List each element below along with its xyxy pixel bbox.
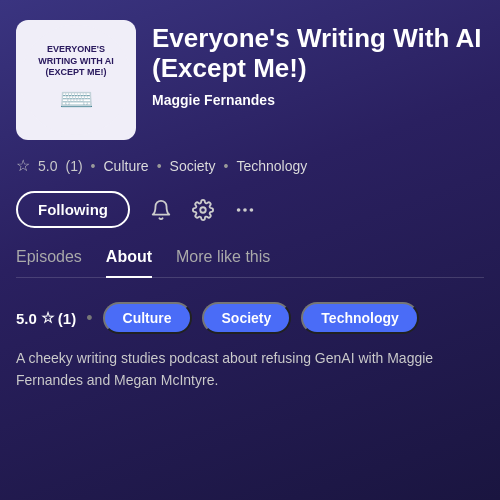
tag-pill-technology[interactable]: Technology	[301, 302, 419, 334]
podcast-author: Maggie Fernandes	[152, 92, 484, 108]
tab-about[interactable]: About	[106, 248, 152, 278]
tag-pill-society[interactable]: Society	[202, 302, 292, 334]
dot-separator-3: •	[223, 158, 228, 174]
rating-value: 5.0	[38, 158, 57, 174]
bell-icon	[150, 199, 172, 221]
about-rating-value: 5.0	[16, 310, 37, 327]
tag-pill-culture[interactable]: Culture	[103, 302, 192, 334]
svg-point-1	[237, 208, 241, 212]
actions-row: Following	[16, 191, 484, 228]
tag-society: Society	[170, 158, 216, 174]
rating-count: (1)	[65, 158, 82, 174]
dot-separator-2: •	[157, 158, 162, 174]
svg-point-0	[200, 207, 206, 213]
page-container: EVERYONE'S WRITING WITH AI (EXCEPT ME!) …	[0, 0, 500, 419]
tag-technology: Technology	[236, 158, 307, 174]
cover-circle: EVERYONE'S WRITING WITH AI (EXCEPT ME!) …	[21, 25, 131, 135]
podcast-cover-art: EVERYONE'S WRITING WITH AI (EXCEPT ME!) …	[16, 20, 136, 140]
rating-star-icon: ☆	[16, 156, 30, 175]
cover-keyboard-icon: ⌨️	[59, 83, 94, 116]
about-star-icon: ☆	[41, 309, 54, 327]
bell-button[interactable]	[150, 199, 172, 221]
podcast-title: Everyone's Writing With AI (Except Me!)	[152, 24, 484, 84]
about-description: A cheeky writing studies podcast about r…	[16, 348, 484, 391]
svg-point-2	[243, 208, 247, 212]
tabs-row: Episodes About More like this	[16, 248, 484, 278]
tab-episodes[interactable]: Episodes	[16, 248, 82, 278]
podcast-info: Everyone's Writing With AI (Except Me!) …	[152, 20, 484, 108]
about-bullet: •	[86, 308, 92, 329]
cover-text: EVERYONE'S WRITING WITH AI (EXCEPT ME!)	[21, 44, 131, 79]
about-section: 5.0 ☆ (1) • Culture Society Technology A…	[16, 294, 484, 399]
about-rating-badge: 5.0 ☆ (1)	[16, 309, 76, 327]
podcast-header: EVERYONE'S WRITING WITH AI (EXCEPT ME!) …	[16, 20, 484, 140]
gear-icon	[192, 199, 214, 221]
about-meta-row: 5.0 ☆ (1) • Culture Society Technology	[16, 302, 484, 334]
more-icon	[234, 199, 256, 221]
svg-point-3	[250, 208, 254, 212]
dot-separator-1: •	[91, 158, 96, 174]
about-rating-count: (1)	[58, 310, 76, 327]
tab-more-like-this[interactable]: More like this	[176, 248, 270, 278]
settings-button[interactable]	[192, 199, 214, 221]
tag-culture: Culture	[104, 158, 149, 174]
following-button[interactable]: Following	[16, 191, 130, 228]
more-options-button[interactable]	[234, 199, 256, 221]
rating-row: ☆ 5.0 (1) • Culture • Society • Technolo…	[16, 156, 484, 175]
